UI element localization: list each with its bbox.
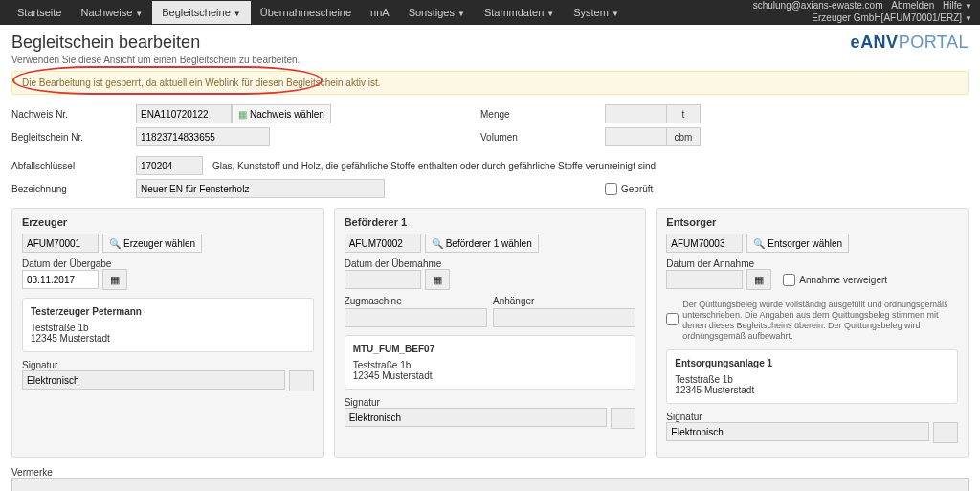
- bezeichnung-input[interactable]: [136, 179, 385, 198]
- nav-system[interactable]: System▼: [564, 1, 629, 24]
- nav-nna[interactable]: nnA: [361, 1, 399, 24]
- topbar-user-area: schulung@axians-ewaste.com Abmelden Hilf…: [747, 0, 972, 25]
- nav-stammdaten[interactable]: Stammdaten▼: [475, 1, 564, 24]
- entsorger-sig-label: Signatur: [666, 412, 958, 422]
- label-abfallschluessel: Abfallschlüssel: [11, 161, 126, 171]
- geprueft-checkbox[interactable]: [605, 183, 617, 195]
- label-geprueft: Geprüft: [621, 184, 653, 194]
- calendar-icon[interactable]: ▦: [102, 269, 127, 290]
- entsorger-sig-button[interactable]: [933, 422, 958, 443]
- search-icon: 🔍: [753, 238, 765, 249]
- befoerderer-id-input[interactable]: [345, 234, 421, 253]
- befoerderer-address: MTU_FUM_BEF07 Teststraße 1b 12345 Muster…: [345, 335, 636, 390]
- erzeuger-sig-button[interactable]: [289, 370, 314, 391]
- unit-t: t: [667, 104, 701, 123]
- befoerderer-sig-input[interactable]: [345, 408, 608, 427]
- label-bezeichnung: Bezeichnung: [11, 184, 126, 194]
- label-menge: Menge: [480, 109, 595, 120]
- entsorger-waehlen-button[interactable]: 🔍Entsorger wählen: [746, 234, 849, 253]
- erzeuger-id-input[interactable]: [22, 234, 99, 253]
- entsorger-id-input[interactable]: [666, 234, 743, 253]
- entsorger-sig-input[interactable]: [666, 422, 929, 441]
- entsorger-address: Entsorgungsanlage 1 Teststraße 1b 12345 …: [666, 349, 958, 404]
- label-begleitschein-nr: Begleitschein Nr.: [11, 132, 126, 143]
- logout-link[interactable]: Abmelden: [891, 0, 934, 11]
- befoerderer-waehlen-button[interactable]: 🔍Beförderer 1 wählen: [425, 234, 539, 253]
- erzeuger-sig-label: Signatur: [22, 360, 314, 370]
- entsorger-date-input[interactable]: [666, 270, 743, 289]
- unit-cbm: cbm: [667, 127, 701, 146]
- befoerderer-sig-button[interactable]: [611, 408, 635, 429]
- nav-uebernahmescheine[interactable]: Übernahmescheine: [251, 1, 361, 24]
- befoerderer-panel: Beförderer 1 🔍Beförderer 1 wählen Datum …: [334, 208, 647, 458]
- abfall-description: Glas, Kunststoff und Holz, die gefährlic…: [212, 161, 701, 171]
- erzeuger-date-input[interactable]: [22, 270, 99, 289]
- quittung-checkbox[interactable]: [666, 313, 679, 325]
- annahme-verweigert-label: Annahme verweigert: [799, 275, 887, 285]
- nav-nachweise[interactable]: Nachweise▼: [71, 1, 152, 24]
- user-email[interactable]: schulung@axians-ewaste.com: [753, 0, 883, 11]
- zugmaschine-label: Zugmaschine: [345, 296, 487, 306]
- search-icon: 🔍: [432, 238, 443, 249]
- zugmaschine-input[interactable]: [345, 308, 487, 327]
- nav-startseite[interactable]: Startseite: [8, 1, 71, 24]
- brand-logo: eANVPORTAL: [851, 33, 969, 53]
- document-icon: ▦: [238, 109, 247, 120]
- nachweis-waehlen-button[interactable]: ▦Nachweis wählen: [232, 104, 331, 123]
- annahme-verweigert-checkbox[interactable]: [783, 274, 795, 286]
- nav-sonstiges[interactable]: Sonstiges▼: [399, 1, 475, 24]
- main-nav: Startseite Nachweise▼ Begleitscheine▼ Üb…: [8, 1, 629, 24]
- help-link[interactable]: Hilfe: [943, 0, 962, 11]
- volumen-input[interactable]: [605, 127, 667, 146]
- begleitschein-nr-input[interactable]: [136, 127, 270, 146]
- befoerderer-sig-label: Signatur: [345, 397, 636, 408]
- anhaenger-label: Anhänger: [493, 296, 635, 306]
- vermerke-label: Vermerke: [11, 467, 969, 478]
- label-nachweis-nr: Nachweis Nr.: [11, 109, 126, 120]
- erzeuger-date-label: Datum der Übergabe: [22, 258, 314, 269]
- org-switcher[interactable]: Erzeuger GmbH[AFUM70001/ERZ]: [812, 12, 962, 23]
- calendar-icon[interactable]: ▦: [746, 269, 771, 290]
- befoerderer-title: Beförderer 1: [345, 216, 636, 228]
- menge-input[interactable]: [605, 104, 667, 123]
- calendar-icon[interactable]: ▦: [425, 269, 450, 290]
- erzeuger-title: Erzeuger: [22, 216, 314, 228]
- label-volumen: Volumen: [480, 132, 595, 143]
- nav-begleitscheine[interactable]: Begleitscheine▼: [152, 1, 250, 24]
- entsorger-title: Entsorger: [666, 216, 958, 228]
- erzeuger-address: Testerzeuger Petermann Teststraße 1b 123…: [22, 298, 314, 352]
- search-icon: 🔍: [109, 238, 121, 249]
- page-title: Begleitschein bearbeiten: [11, 33, 300, 53]
- befoerderer-date-input[interactable]: [345, 270, 421, 289]
- top-navbar: Startseite Nachweise▼ Begleitscheine▼ Üb…: [0, 0, 980, 25]
- erzeuger-panel: Erzeuger 🔍Erzeuger wählen Datum der Über…: [11, 208, 324, 458]
- entsorger-date-label: Datum der Annahme: [666, 258, 958, 269]
- befoerderer-date-label: Datum der Übernahme: [345, 258, 636, 269]
- quittung-text: Der Quittungsbeleg wurde vollständig aus…: [682, 300, 958, 342]
- anhaenger-input[interactable]: [493, 308, 635, 327]
- vermerke-textarea[interactable]: [11, 478, 969, 491]
- erzeuger-waehlen-button[interactable]: 🔍Erzeuger wählen: [102, 234, 202, 253]
- erzeuger-sig-input[interactable]: [22, 370, 285, 390]
- locked-alert: Die Bearbeitung ist gesperrt, da aktuell…: [11, 71, 969, 95]
- abfallschluessel-input[interactable]: [136, 156, 203, 175]
- entsorger-panel: Entsorger 🔍Entsorger wählen Datum der An…: [656, 208, 969, 458]
- page-subtitle: Verwenden Sie diese Ansicht um einen Beg…: [11, 55, 300, 65]
- nachweis-nr-input[interactable]: [136, 104, 232, 123]
